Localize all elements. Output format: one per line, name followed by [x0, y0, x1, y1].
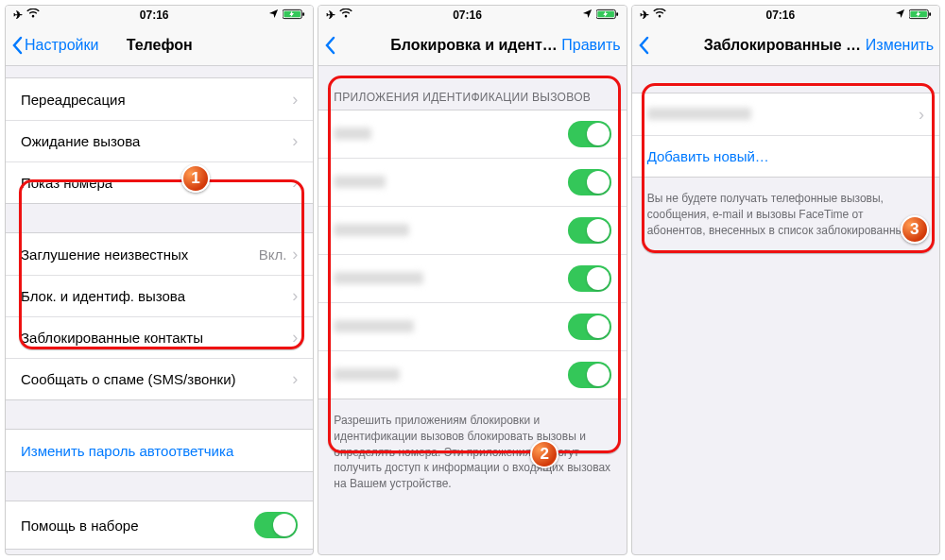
content: › Добавить новый… Вы не будете получать …	[632, 66, 939, 554]
add-new-label: Добавить новый…	[647, 148, 924, 164]
label: Помощь в наборе	[21, 518, 254, 534]
back-button[interactable]: Настройки	[11, 36, 98, 55]
label: Изменить пароль автоответчика	[21, 443, 298, 459]
status-time: 07:16	[140, 8, 169, 22]
location-icon	[582, 8, 593, 22]
label: Заблокированные контакты	[21, 330, 292, 346]
location-icon	[895, 8, 905, 22]
group-header: ПРИЛОЖЕНИЯ ИДЕНТИФИКАЦИИ ВЫЗОВОВ	[318, 85, 626, 110]
app-row[interactable]	[318, 158, 626, 206]
app-toggle[interactable]	[568, 362, 611, 388]
back-button[interactable]	[324, 36, 335, 55]
dial-assist-toggle[interactable]	[254, 512, 298, 538]
status-time: 07:16	[765, 8, 795, 22]
screen-blocked-contacts: ✈︎ 07:16 Заблокированные конта… Изменить…	[631, 5, 940, 555]
page-title: Заблокированные конта…	[657, 37, 866, 54]
group-dial-assist: Помощь в наборе	[6, 501, 313, 550]
chevron-right-icon: ›	[292, 328, 298, 348]
svg-rect-2	[303, 12, 305, 16]
label: Сообщать о спаме (SMS/звонки)	[21, 371, 292, 387]
status-bar: ✈︎ 07:16	[6, 6, 313, 25]
row-blocked-contacts[interactable]: Заблокированные контакты ›	[6, 316, 313, 358]
content: Переадресация › Ожидание вызова › Показ …	[6, 66, 313, 554]
row-forwarding[interactable]: Переадресация ›	[6, 78, 313, 120]
add-new-row[interactable]: Добавить новый…	[632, 135, 939, 177]
app-row[interactable]	[318, 350, 626, 399]
airplane-icon: ✈︎	[640, 8, 649, 22]
row-report-spam[interactable]: Сообщать о спаме (SMS/звонки) ›	[6, 358, 313, 399]
app-toggle[interactable]	[568, 314, 611, 340]
battery-icon	[909, 8, 932, 23]
app-row[interactable]	[318, 302, 626, 350]
page-title: Блокировка и идентиф. в…	[343, 37, 561, 54]
group-voicemail: Изменить пароль автоответчика	[6, 429, 313, 472]
wifi-icon	[653, 8, 666, 22]
apps-footer: Разрешить приложениям блокировки и идент…	[318, 407, 626, 492]
app-toggle[interactable]	[568, 169, 611, 195]
edit-button[interactable]: Править	[561, 37, 620, 54]
status-time: 07:16	[453, 8, 482, 22]
label: Ожидание вызова	[21, 133, 292, 149]
nav-bar: Блокировка и идентиф. в… Править	[318, 25, 626, 66]
label: Блок. и идентиф. вызова	[21, 288, 292, 304]
wifi-icon	[26, 8, 40, 22]
content: ПРИЛОЖЕНИЯ ИДЕНТИФИКАЦИИ ВЫЗОВОВ	[318, 66, 626, 554]
svg-rect-8	[929, 12, 931, 16]
group-call-options: Переадресация › Ожидание вызова › Показ …	[6, 77, 313, 204]
row-dial-assist[interactable]: Помощь в наборе	[6, 501, 313, 549]
app-row[interactable]	[318, 254, 626, 302]
app-toggle[interactable]	[568, 265, 611, 292]
screen-call-id-apps: ✈︎ 07:16 Блокировка и идентиф. в… Правит…	[318, 5, 627, 555]
group-blocking: Заглушение неизвестных Вкл. › Блок. и ид…	[6, 232, 313, 400]
group-apps	[318, 110, 626, 399]
chevron-right-icon: ›	[292, 173, 298, 193]
nav-bar: Заблокированные конта… Изменить	[632, 25, 939, 66]
airplane-icon: ✈︎	[326, 8, 335, 22]
location-icon	[268, 8, 279, 22]
battery-icon	[283, 8, 305, 23]
wifi-icon	[339, 8, 352, 22]
app-toggle[interactable]	[568, 217, 611, 244]
group-blocked-list: › Добавить новый…	[632, 93, 939, 178]
battery-icon	[596, 8, 619, 23]
status-bar: ✈︎ 07:16	[632, 6, 939, 25]
chevron-right-icon: ›	[292, 90, 298, 110]
status-bar: ✈︎ 07:16	[318, 6, 626, 25]
row-call-waiting[interactable]: Ожидание вызова ›	[6, 120, 313, 161]
row-silence-unknown[interactable]: Заглушение неизвестных Вкл. ›	[6, 233, 313, 275]
blocked-contact-row[interactable]: ›	[632, 93, 939, 135]
chevron-right-icon: ›	[919, 105, 924, 125]
row-change-vm-password[interactable]: Изменить пароль автоответчика	[6, 430, 313, 471]
app-row[interactable]	[318, 110, 626, 158]
row-block-id[interactable]: Блок. и идентиф. вызова ›	[6, 275, 313, 316]
app-row[interactable]	[318, 206, 626, 254]
screen-phone-settings: ✈︎ 07:16 Настройки Телефон Переадресация…	[5, 5, 314, 555]
nav-bar: Настройки Телефон	[6, 25, 313, 66]
blocked-footer: Вы не будете получать телефонные вызовы,…	[632, 185, 939, 238]
svg-rect-5	[616, 12, 618, 16]
chevron-right-icon: ›	[292, 286, 298, 306]
app-toggle[interactable]	[568, 121, 611, 147]
label: Заглушение неизвестных	[21, 246, 259, 263]
back-label: Настройки	[25, 37, 98, 54]
label: Показ номера	[21, 175, 292, 191]
chevron-right-icon: ›	[292, 245, 298, 264]
chevron-right-icon: ›	[292, 131, 298, 151]
airplane-icon: ✈︎	[13, 8, 23, 22]
detail: Вкл.	[259, 246, 287, 263]
row-caller-id[interactable]: Показ номера ›	[6, 161, 313, 203]
label: Переадресация	[21, 92, 292, 108]
edit-button[interactable]: Изменить	[866, 37, 934, 54]
chevron-right-icon: ›	[292, 369, 298, 389]
back-button[interactable]	[638, 36, 649, 55]
